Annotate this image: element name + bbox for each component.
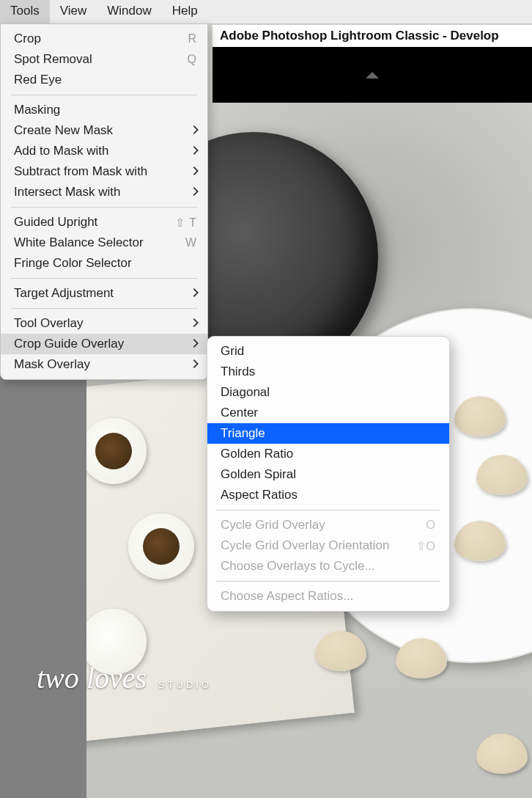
menu-item-guided-upright[interactable]: Guided Upright ⇧ T [1,212,207,233]
menu-item-subtract-from-mask[interactable]: Subtract from Mask with [1,161,207,182]
menu-item-mask-overlay[interactable]: Mask Overlay [1,354,207,375]
menu-item-label: Center [221,406,436,420]
menu-item-fringe-color-selector[interactable]: Fringe Color Selector [1,253,207,274]
filmstrip-collapsed-bar[interactable] [213,47,532,103]
watermark: two loves STUDIO [37,661,212,695]
menu-item-label: Thirds [221,365,436,379]
menu-item-add-to-mask[interactable]: Add to Mask with [1,141,207,161]
menu-item-label: White Balance Selector [14,235,185,250]
submenu-item-diagonal[interactable]: Diagonal [207,382,449,403]
submenu-item-aspect-ratios[interactable]: Aspect Ratios [207,485,449,505]
menu-item-label: Subtract from Mask with [14,164,197,179]
menu-item-label: Golden Spiral [221,467,436,482]
menu-item-label: Masking [14,103,197,117]
menu-item-label: Spot Removal [14,52,188,67]
menu-item-red-eye[interactable]: Red Eye [1,70,207,90]
menu-item-spot-removal[interactable]: Spot Removal Q [1,49,207,70]
menu-item-label: Tool Overlay [14,316,197,331]
menu-item-intersect-mask[interactable]: Intersect Mask with [1,182,207,202]
menu-item-label: Diagonal [221,385,436,400]
menu-item-tool-overlay[interactable]: Tool Overlay [1,313,207,334]
submenu-item-cycle-grid-overlay: Cycle Grid Overlay O [207,515,449,535]
menu-item-label: Mask Overlay [14,357,197,372]
submenu-item-choose-overlays: Choose Overlays to Cycle... [207,556,449,576]
submenu-item-golden-ratio[interactable]: Golden Ratio [207,444,449,464]
submenu-item-cycle-grid-overlay-orientation: Cycle Grid Overlay Orientation ⇧O [207,535,449,556]
menu-item-label: Crop Guide Overlay [14,337,197,351]
submenu-item-golden-spiral[interactable]: Golden Spiral [207,464,449,485]
watermark-line2: STUDIO [158,679,212,690]
menu-item-label: Cycle Grid Overlay [221,518,426,532]
submenu-item-grid[interactable]: Grid [207,341,449,362]
menu-item-label: Add to Mask with [14,144,197,158]
menu-item-label: Red Eye [14,73,197,87]
menu-item-label: Fringe Color Selector [14,256,197,271]
photo-decor [315,631,366,671]
chevron-right-icon [191,358,200,373]
submenu-item-triangle[interactable]: Triangle [207,423,449,444]
menu-item-shortcut: Q [188,53,197,66]
menu-item-shortcut: ⇧ T [175,216,197,230]
photo-decor [128,513,194,579]
menu-item-shortcut: R [188,32,197,45]
menu-item-shortcut: O [426,519,436,532]
menu-divider [216,581,440,582]
menu-divider [216,510,440,510]
expand-up-icon [366,72,379,78]
menubar-item-view[interactable]: View [50,0,97,23]
chevron-right-icon [191,287,200,302]
menu-divider [11,95,197,95]
chevron-right-icon [191,186,200,201]
menu-item-label: Cycle Grid Overlay Orientation [221,538,416,553]
menu-item-label: Choose Overlays to Cycle... [221,559,436,574]
window-title: Adobe Photoshop Lightroom Classic - Deve… [213,25,532,48]
menubar: Tools View Window Help [0,0,208,23]
photo-decor [476,733,528,774]
menu-item-crop-guide-overlay[interactable]: Crop Guide Overlay [1,334,207,354]
menu-item-crop[interactable]: Crop R [1,29,207,49]
menu-item-label: Aspect Ratios [221,488,436,502]
menu-item-masking[interactable]: Masking [1,100,207,120]
chevron-right-icon [191,165,200,180]
menu-item-create-new-mask[interactable]: Create New Mask [1,120,207,141]
menu-divider [11,278,197,279]
menu-divider [11,308,197,309]
menu-item-target-adjustment[interactable]: Target Adjustment [1,283,207,304]
crop-guide-overlay-submenu: Grid Thirds Diagonal Center Triangle Gol… [207,336,450,612]
photo-decor [81,418,147,484]
menu-item-label: Choose Aspect Ratios... [221,589,436,604]
menu-divider [11,207,197,208]
menu-item-label: Grid [221,344,436,359]
menu-item-label: Guided Upright [14,215,175,230]
menu-item-label: Triangle [221,426,436,441]
watermark-line1: two loves [37,662,147,695]
menu-item-label: Create New Mask [14,123,197,138]
chevron-right-icon [191,317,200,332]
menu-item-shortcut: ⇧O [416,539,436,553]
menu-item-label: Crop [14,32,188,46]
menu-item-label: Intersect Mask with [14,185,197,200]
submenu-item-thirds[interactable]: Thirds [207,362,449,382]
menu-item-label: Golden Ratio [221,447,436,461]
menubar-item-window[interactable]: Window [97,0,161,23]
menubar-item-tools[interactable]: Tools [0,0,50,23]
submenu-item-choose-aspect-ratios: Choose Aspect Ratios... [207,586,449,607]
menu-item-shortcut: W [185,236,197,249]
tools-menu-dropdown: Crop R Spot Removal Q Red Eye Masking Cr… [0,23,208,380]
chevron-right-icon [191,337,200,353]
menu-item-label: Target Adjustment [14,286,197,301]
menubar-item-help[interactable]: Help [162,0,208,23]
menu-item-white-balance-selector[interactable]: White Balance Selector W [1,233,207,253]
submenu-item-center[interactable]: Center [207,403,449,423]
chevron-right-icon [191,144,200,160]
chevron-right-icon [191,124,200,139]
